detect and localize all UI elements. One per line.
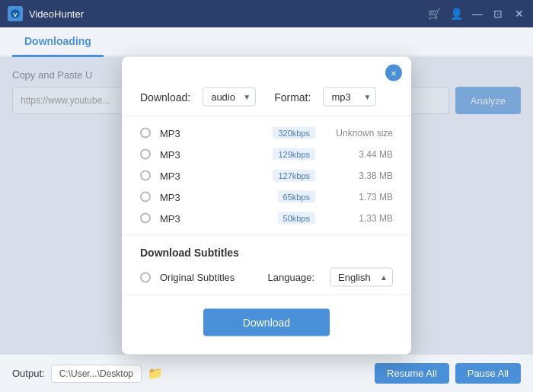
app-title-text: VideoHunter xyxy=(29,8,84,20)
option-row-3: MP3 65kbps 1.73 MB xyxy=(122,186,411,208)
svg-text:V: V xyxy=(13,11,18,18)
resume-all-button[interactable]: Resume All xyxy=(375,363,449,384)
language-select-wrapper: English Spanish French German ▲ xyxy=(330,268,393,287)
option-quality-4: 50kbps xyxy=(278,212,315,225)
download-format-row: Download: audio video ▼ Format: mp3 m4a … xyxy=(122,81,411,116)
option-quality-2: 127kbps xyxy=(273,170,315,182)
option-radio-0[interactable] xyxy=(140,128,151,139)
title-bar: V VideoHunter 🛒 👤 — ⊡ ✕ xyxy=(0,0,533,27)
cart-icon[interactable]: 🛒 xyxy=(428,8,441,20)
language-label: Language: xyxy=(268,272,314,283)
option-row-1: MP3 129kbps 3.44 MB xyxy=(122,144,411,165)
original-subtitles-label: Original Subtitles xyxy=(160,272,235,283)
modal-footer: Download xyxy=(122,295,411,336)
app-window: V VideoHunter 🛒 👤 — ⊡ ✕ Downloading Copy… xyxy=(0,0,533,392)
folder-icon[interactable]: 📁 xyxy=(148,366,163,381)
option-size-2: 3.38 MB xyxy=(332,171,393,181)
subtitles-radio[interactable] xyxy=(140,272,151,282)
format-label: Format: xyxy=(274,91,311,103)
option-name-0: MP3 xyxy=(160,127,190,139)
minimize-icon[interactable]: ⊡ xyxy=(492,8,504,20)
option-size-4: 1.33 MB xyxy=(332,213,393,224)
bottom-buttons: Resume All Pause All xyxy=(375,363,521,384)
option-radio-2[interactable] xyxy=(140,171,151,181)
output-path: C:\User...\Desktop xyxy=(51,365,142,383)
subtitles-row: Original Subtitles Language: English Spa… xyxy=(140,268,393,287)
option-row-4: MP3 50kbps 1.33 MB xyxy=(122,208,411,229)
option-row-0: MP3 320kbps Unknown size xyxy=(122,123,411,144)
download-modal: × Download: audio video ▼ Format: mp3 m4… xyxy=(122,57,411,355)
modal-close-button[interactable]: × xyxy=(385,65,402,81)
option-radio-1[interactable] xyxy=(140,149,151,160)
option-quality-0: 320kbps xyxy=(273,127,315,139)
menu-icon[interactable]: — xyxy=(472,8,483,20)
main-content: Copy and Paste U Analyze × Download: aud… xyxy=(0,57,533,354)
output-label: Output: xyxy=(12,368,45,379)
title-bar-left: V VideoHunter xyxy=(8,6,84,21)
language-select[interactable]: English Spanish French German xyxy=(330,268,393,287)
modal-download-button[interactable]: Download xyxy=(203,309,330,336)
option-size-1: 3.44 MB xyxy=(332,149,393,160)
subtitles-section: Download Subtitles Original Subtitles La… xyxy=(122,236,411,295)
tab-bar: Downloading xyxy=(0,27,533,57)
option-name-2: MP3 xyxy=(160,170,190,181)
subtitles-title: Download Subtitles xyxy=(140,247,393,259)
format-select-wrapper: mp3 m4a ogg ▼ xyxy=(323,88,376,107)
app-logo: V xyxy=(8,6,23,21)
option-radio-3[interactable] xyxy=(140,192,151,202)
download-label: Download: xyxy=(140,91,190,103)
download-type-select-wrapper: audio video ▼ xyxy=(203,88,256,107)
option-name-3: MP3 xyxy=(160,191,190,202)
option-name-4: MP3 xyxy=(160,212,190,224)
download-type-select[interactable]: audio video xyxy=(203,88,256,107)
option-size-0: Unknown size xyxy=(332,128,393,139)
option-size-3: 1.73 MB xyxy=(332,192,393,202)
bottom-bar: Output: C:\User...\Desktop 📁 Resume All … xyxy=(0,354,533,392)
option-name-1: MP3 xyxy=(160,148,190,160)
title-bar-controls: 🛒 👤 — ⊡ ✕ xyxy=(428,8,525,20)
option-quality-3: 65kbps xyxy=(278,191,315,203)
user-icon[interactable]: 👤 xyxy=(450,8,463,20)
option-quality-1: 129kbps xyxy=(273,148,315,161)
audio-options-list: MP3 320kbps Unknown size MP3 129kbps 3.4… xyxy=(122,116,411,236)
close-icon[interactable]: ✕ xyxy=(513,8,525,20)
output-section: Output: C:\User...\Desktop 📁 xyxy=(12,365,163,383)
pause-all-button[interactable]: Pause All xyxy=(455,363,521,384)
format-select[interactable]: mp3 m4a ogg xyxy=(323,88,376,107)
option-radio-4[interactable] xyxy=(140,213,151,224)
option-row-2: MP3 127kbps 3.38 MB xyxy=(122,165,411,186)
modal-header: × xyxy=(122,57,411,81)
tab-downloading[interactable]: Downloading xyxy=(12,27,104,57)
